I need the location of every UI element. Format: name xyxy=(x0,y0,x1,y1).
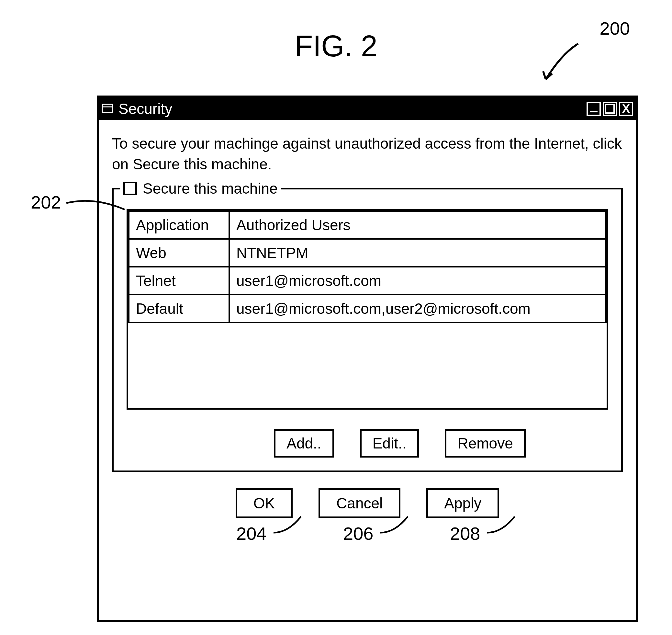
table-header-row: Application Authorized Users xyxy=(129,211,606,239)
apply-button[interactable]: Apply xyxy=(426,488,499,518)
cell-app: Default xyxy=(129,295,229,323)
instruction-text: To secure your machinge against unauthor… xyxy=(112,133,623,175)
window-title: Security xyxy=(118,100,586,117)
header-application: Application xyxy=(129,211,229,239)
maximize-button[interactable] xyxy=(603,102,617,116)
authorized-users-table: Application Authorized Users Web NTNETPM… xyxy=(128,211,607,323)
secure-checkbox[interactable] xyxy=(123,182,137,195)
cell-users: user1@microsoft.com,user2@microsoft.com xyxy=(229,295,606,323)
figure-label: FIG. 2 xyxy=(295,29,377,63)
ok-button[interactable]: OK xyxy=(236,488,293,518)
groupbox-legend: Secure this machine xyxy=(120,180,281,197)
dialog-buttons: OK Cancel Apply xyxy=(112,488,623,518)
cell-users: NTNETPM xyxy=(229,239,606,267)
lead-line-icon xyxy=(272,515,304,538)
secure-checkbox-label: Secure this machine xyxy=(143,180,278,197)
arrow-icon xyxy=(533,41,585,92)
callout-206: 206 xyxy=(343,523,373,544)
cell-app: Telnet xyxy=(129,267,229,295)
window-controls: X xyxy=(586,102,633,116)
table-row[interactable]: Telnet user1@microsoft.com xyxy=(129,267,606,295)
add-button[interactable]: Add.. xyxy=(274,429,334,458)
lead-line-icon xyxy=(65,195,126,214)
minimize-button[interactable] xyxy=(586,102,601,116)
window-body: To secure your machinge against unauthor… xyxy=(99,120,636,528)
group-buttons: Add.. Edit.. Remove xyxy=(191,429,608,458)
window-icon xyxy=(102,103,113,115)
table-row[interactable]: Web NTNETPM xyxy=(129,239,606,267)
table-row[interactable]: Default user1@microsoft.com,user2@micros… xyxy=(129,295,606,323)
callout-208: 208 xyxy=(450,523,480,544)
cell-users: user1@microsoft.com xyxy=(229,267,606,295)
lead-line-icon xyxy=(486,515,518,538)
secure-groupbox: Secure this machine Application Authoriz… xyxy=(112,188,623,472)
edit-button[interactable]: Edit.. xyxy=(360,429,419,458)
cancel-button[interactable]: Cancel xyxy=(318,488,400,518)
titlebar: Security X xyxy=(99,97,636,120)
authorized-users-table-wrap: Application Authorized Users Web NTNETPM… xyxy=(127,209,608,410)
callout-202: 202 xyxy=(31,192,61,213)
callout-204: 204 xyxy=(236,523,266,544)
header-authorized-users: Authorized Users xyxy=(229,211,606,239)
cell-app: Web xyxy=(129,239,229,267)
close-button[interactable]: X xyxy=(619,102,633,116)
callout-200: 200 xyxy=(600,18,630,39)
remove-button[interactable]: Remove xyxy=(445,429,525,458)
lead-line-icon xyxy=(379,515,411,538)
svg-rect-0 xyxy=(102,104,113,113)
